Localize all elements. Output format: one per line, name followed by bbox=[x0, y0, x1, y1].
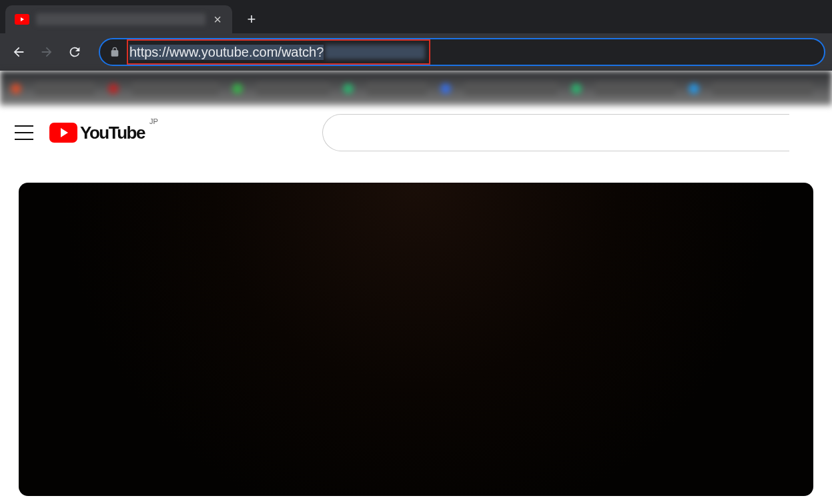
address-bar[interactable]: https://www.youtube.com/watch? bbox=[99, 38, 825, 66]
youtube-logo[interactable]: YouTube JP bbox=[49, 123, 145, 143]
new-tab-button[interactable]: + bbox=[242, 9, 262, 29]
url-query-blurred bbox=[325, 45, 425, 59]
close-tab-button[interactable]: × bbox=[212, 14, 223, 25]
search-container bbox=[294, 114, 817, 151]
reload-button[interactable] bbox=[63, 40, 87, 64]
url-text: https://www.youtube.com/watch? bbox=[129, 45, 324, 60]
arrow-left-icon bbox=[11, 45, 26, 59]
youtube-favicon-icon bbox=[15, 14, 29, 25]
arrow-right-icon bbox=[39, 45, 54, 59]
lock-icon bbox=[109, 47, 120, 57]
youtube-logo-text: YouTube bbox=[80, 123, 145, 143]
youtube-play-icon bbox=[49, 123, 77, 143]
browser-toolbar: https://www.youtube.com/watch? bbox=[0, 33, 832, 71]
region-code: JP bbox=[149, 117, 158, 125]
search-input[interactable] bbox=[322, 114, 789, 151]
tab-title-blurred bbox=[36, 13, 205, 25]
bookmarks-bar bbox=[0, 71, 832, 107]
forward-button[interactable] bbox=[35, 40, 59, 64]
browser-tab[interactable]: × bbox=[5, 5, 232, 33]
browser-tab-strip: × + bbox=[0, 0, 832, 33]
video-player[interactable] bbox=[19, 183, 813, 496]
hamburger-icon bbox=[15, 125, 33, 127]
back-button[interactable] bbox=[7, 40, 31, 64]
url-highlight-annotation: https://www.youtube.com/watch? bbox=[127, 39, 430, 65]
youtube-header: YouTube JP bbox=[0, 107, 832, 159]
hamburger-menu-button[interactable] bbox=[15, 125, 33, 140]
reload-icon bbox=[67, 45, 82, 59]
